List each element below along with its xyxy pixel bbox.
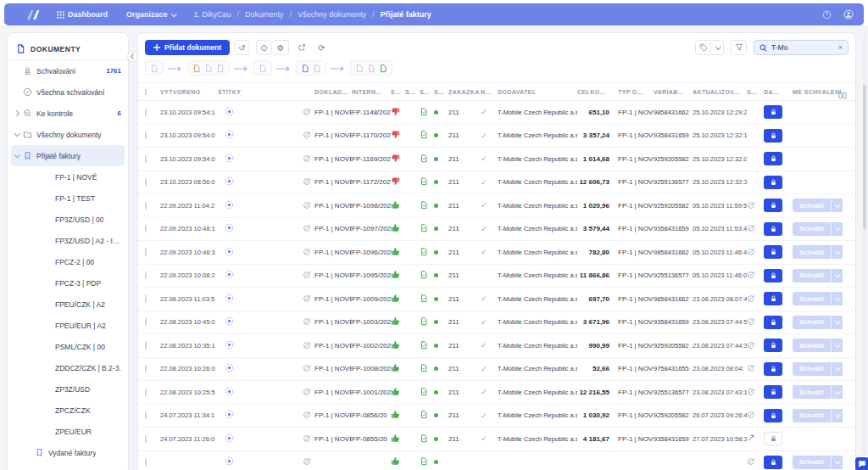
- approve-split-button[interactable]: Schválit: [793, 362, 855, 376]
- chevron-down-icon[interactable]: [711, 40, 724, 55]
- lock-button[interactable]: [764, 292, 782, 305]
- approve-split-button[interactable]: Schválit: [793, 292, 855, 305]
- column-header-s[interactable]: S...: [391, 89, 405, 95]
- cell-action-icon[interactable]: [747, 270, 764, 281]
- approve-button-label[interactable]: Schválit: [793, 456, 831, 469]
- workflow-stage[interactable]: [253, 60, 272, 76]
- user-icon[interactable]: [843, 9, 854, 20]
- cell-edit-icon[interactable]: [303, 387, 314, 398]
- column-header-vytvořeno[interactable]: VYTVOŘENO: [160, 89, 218, 95]
- power-icon[interactable]: [822, 10, 832, 20]
- cell-edit-icon[interactable]: [303, 270, 314, 281]
- cell-action-icon[interactable]: [747, 456, 764, 467]
- app-logo-icon[interactable]: [26, 9, 40, 20]
- table-row[interactable]: 23.10.2023 09:54:0FP-1 | NOVÉFP-1169/202…: [138, 148, 855, 171]
- breadcrumb-item[interactable]: Přijaté faktury: [381, 10, 431, 19]
- chevron-down-icon[interactable]: [14, 152, 20, 158]
- cell-action-icon[interactable]: [747, 363, 764, 374]
- row-checkbox[interactable]: [145, 295, 147, 303]
- cell-action-icon[interactable]: [747, 410, 764, 421]
- clear-search-icon[interactable]: ×: [838, 43, 843, 52]
- cell-labels[interactable]: [218, 107, 303, 118]
- column-header-zakázka[interactable]: ZAKÁZKA: [448, 89, 481, 95]
- column-header-da[interactable]: DA...: [764, 89, 793, 95]
- cell-action-icon[interactable]: [747, 387, 764, 398]
- column-header-blank[interactable]: [145, 89, 160, 95]
- table-row[interactable]: 24.07.2023 11:34:1FP-1 | NOVÉFP-0856/202…: [138, 405, 855, 428]
- cell-action-icon[interactable]: [747, 340, 764, 351]
- organization-menu[interactable]: Organizace: [126, 10, 175, 19]
- lock-button[interactable]: [764, 269, 782, 283]
- cell-action-icon[interactable]: [747, 294, 764, 305]
- approve-split-button[interactable]: Schválit: [793, 385, 855, 399]
- cell-edit-icon[interactable]: [303, 176, 314, 187]
- column-header-aktualizov[interactable]: AKTUALIZOV...: [693, 89, 747, 95]
- row-checkbox[interactable]: [145, 131, 147, 139]
- row-checkbox[interactable]: [145, 225, 147, 232]
- cell-labels[interactable]: [218, 270, 303, 281]
- cell-labels[interactable]: [218, 387, 303, 398]
- cell-action-icon[interactable]: [747, 316, 764, 327]
- lock-button[interactable]: [764, 432, 782, 445]
- cell-action-icon[interactable]: [747, 434, 764, 444]
- row-checkbox[interactable]: [145, 435, 147, 443]
- column-header-doklad[interactable]: DOKLAD...: [314, 89, 352, 95]
- sidebar-collapse-button[interactable]: [127, 51, 138, 62]
- approve-button-label[interactable]: Schválit: [793, 222, 831, 236]
- column-header-intern[interactable]: INTERN...: [352, 89, 391, 95]
- cell-edit-icon[interactable]: [303, 434, 314, 445]
- cell-labels[interactable]: [218, 410, 303, 421]
- column-header-dodavatel[interactable]: DODAVATEL: [498, 89, 577, 95]
- workflow-stage[interactable]: [145, 60, 164, 76]
- cell-edit-icon[interactable]: [303, 363, 314, 374]
- approve-split-button[interactable]: Schválit: [793, 199, 855, 212]
- approve-button-label[interactable]: Schválit: [793, 269, 831, 283]
- table-row[interactable]: 22.09.2023 10:46:3FP-1 | NOVÉFP-1096/202…: [138, 241, 855, 265]
- lock-button[interactable]: [764, 409, 782, 422]
- cell-labels[interactable]: [218, 130, 303, 141]
- approve-button-label[interactable]: Schválit: [793, 245, 831, 259]
- approve-chevron[interactable]: [831, 316, 843, 329]
- workflow-stage[interactable]: [187, 60, 230, 76]
- approve-chevron[interactable]: [831, 456, 843, 469]
- cell-labels[interactable]: [218, 363, 303, 374]
- breadcrumb-item[interactable]: Dokumenty: [245, 10, 284, 19]
- breadcrumb-item[interactable]: Všechny dokumenty: [298, 10, 366, 19]
- row-checkbox[interactable]: [145, 342, 147, 350]
- cell-labels[interactable]: [218, 456, 303, 467]
- sidebar-item-fp3z-usd-00[interactable]: FP3Z/USD | 00: [8, 209, 128, 230]
- approve-button-label[interactable]: Schválit: [793, 409, 831, 422]
- lock-button[interactable]: [764, 245, 782, 259]
- cell-action-icon[interactable]: [747, 247, 764, 258]
- sidebar-item-fp-1-test[interactable]: FP-1 | TEST: [8, 187, 128, 209]
- lock-button[interactable]: [764, 362, 782, 376]
- sidebar-item-zpeu-eur[interactable]: ZPEU/EUR: [8, 421, 128, 442]
- row-checkbox[interactable]: [145, 271, 147, 279]
- history-icon[interactable]: ↺: [234, 40, 250, 55]
- cell-labels[interactable]: [218, 154, 303, 165]
- approve-split-button[interactable]: Schválit: [793, 316, 855, 329]
- approve-button-label[interactable]: Schválit: [793, 385, 831, 399]
- lock-button[interactable]: [764, 152, 782, 165]
- approve-chevron[interactable]: [831, 222, 843, 236]
- cell-action-icon[interactable]: [747, 223, 764, 234]
- select-all-checkbox[interactable]: [145, 89, 147, 95]
- table-row[interactable]: 22.09.2023 11:04:2FP-1 | NOVÉFP-1098/202…: [138, 194, 855, 218]
- lock-button[interactable]: [764, 176, 782, 189]
- approve-chevron[interactable]: [831, 409, 843, 422]
- table-row[interactable]: 22.08.2023 10:45:0FP-1 | NOVÉFP-1003/202…: [138, 311, 855, 335]
- approve-split-button[interactable]: Schválit: [793, 222, 855, 236]
- column-settings-icon[interactable]: [838, 87, 847, 103]
- chat-widget-button[interactable]: [854, 456, 868, 470]
- row-checkbox[interactable]: [145, 109, 147, 116]
- cell-labels[interactable]: [218, 340, 303, 351]
- chevron-down-icon[interactable]: [14, 131, 20, 137]
- lock-button[interactable]: [764, 316, 782, 329]
- approve-button-label[interactable]: Schválit: [793, 316, 831, 329]
- column-header-n[interactable]: N...: [481, 89, 498, 95]
- lock-button[interactable]: [764, 339, 782, 352]
- row-checkbox[interactable]: [145, 202, 147, 210]
- lock-button[interactable]: [764, 105, 782, 119]
- search-input[interactable]: [771, 43, 831, 52]
- row-checkbox[interactable]: [145, 365, 147, 372]
